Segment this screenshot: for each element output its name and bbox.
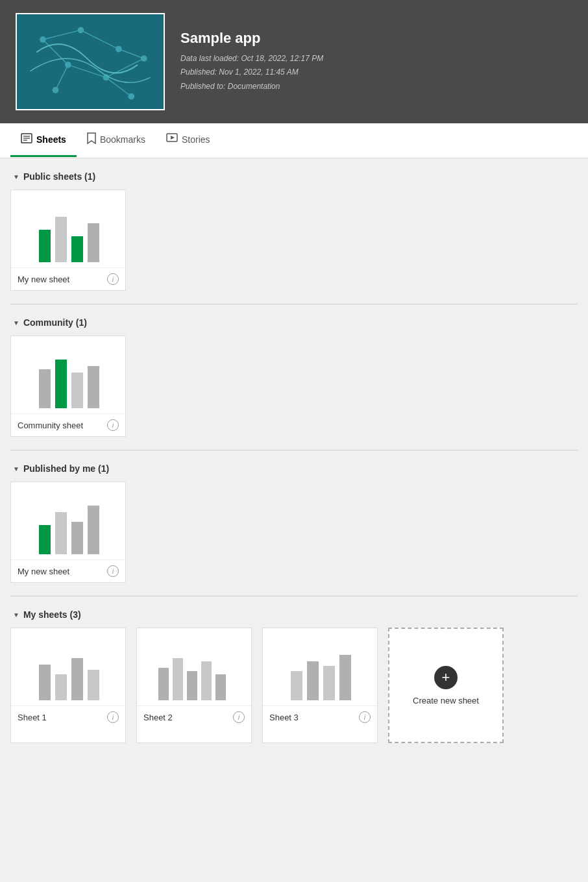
sheet-card-my-1[interactable]: Sheet 1 i: [10, 628, 126, 743]
svg-rect-38: [88, 670, 99, 700]
svg-rect-30: [88, 366, 99, 408]
cards-grid-community: Community sheet i: [10, 336, 578, 450]
app-info: Sample app Data last loaded: Oct 18, 202…: [180, 30, 323, 94]
section-header-my-sheets[interactable]: ▼ My sheets (3): [10, 596, 578, 628]
svg-rect-37: [71, 658, 83, 700]
tab-sheets-label: Sheets: [36, 134, 66, 145]
bookmark-icon: [87, 132, 96, 147]
card-label-my-3: Sheet 3 i: [263, 706, 377, 728]
section-header-community[interactable]: ▼ Community (1): [10, 304, 578, 336]
section-header-public-sheets[interactable]: ▼ Public sheets (1): [10, 158, 578, 190]
svg-rect-35: [39, 665, 51, 700]
tab-stories[interactable]: Stories: [156, 124, 221, 157]
card-name-public-1: My new sheet: [18, 275, 69, 284]
card-name-community-1: Community sheet: [18, 421, 83, 430]
card-label-community-1: Community sheet i: [11, 414, 125, 436]
info-icon-my-3[interactable]: i: [359, 711, 371, 723]
info-icon-public-1[interactable]: i: [107, 273, 119, 285]
svg-rect-27: [39, 369, 51, 408]
svg-rect-33: [71, 522, 83, 554]
sheet-card-published-1[interactable]: My new sheet i: [10, 482, 126, 583]
card-name-published-1: My new sheet: [18, 567, 69, 576]
sheet-card-my-2[interactable]: Sheet 2 i: [136, 628, 252, 743]
card-name-my-3: Sheet 3: [269, 713, 299, 722]
card-name-my-1: Sheet 1: [18, 713, 47, 722]
chevron-my-sheets: ▼: [13, 611, 19, 619]
app-thumbnail: [16, 13, 165, 110]
section-my-sheets: ▼ My sheets (3) Sheet 1 i: [10, 596, 578, 756]
tabs-bar: Sheets Bookmarks Stories: [0, 123, 588, 158]
svg-rect-32: [55, 512, 67, 554]
info-icon-my-1[interactable]: i: [107, 711, 119, 723]
svg-rect-26: [88, 223, 99, 262]
card-name-my-2: Sheet 2: [143, 713, 173, 722]
main-content: ▼ Public sheets (1) My new sheet i: [0, 158, 588, 756]
sheet-card-public-1[interactable]: My new sheet i: [10, 190, 126, 291]
chevron-public-sheets: ▼: [13, 173, 19, 180]
card-preview-public-1: [11, 190, 125, 268]
section-title-my-sheets: My sheets (3): [23, 609, 81, 620]
section-header-published-by-me[interactable]: ▼ Published by me (1): [10, 450, 578, 482]
plus-icon: +: [434, 666, 458, 689]
app-title: Sample app: [180, 30, 323, 47]
section-published-by-me: ▼ Published by me (1) My new sheet i: [10, 450, 578, 596]
svg-rect-46: [323, 666, 335, 700]
card-label-public-1: My new sheet i: [11, 268, 125, 290]
svg-rect-41: [187, 671, 197, 700]
cards-grid-my-sheets: Sheet 1 i Sheet 2 i: [10, 628, 578, 756]
svg-rect-42: [201, 661, 212, 700]
info-icon-my-2[interactable]: i: [233, 711, 245, 723]
card-label-published-1: My new sheet i: [11, 560, 125, 582]
card-label-my-2: Sheet 2 i: [137, 706, 251, 728]
svg-rect-31: [39, 525, 51, 554]
tab-bookmarks[interactable]: Bookmarks: [77, 123, 156, 158]
story-icon: [166, 133, 178, 146]
create-new-sheet-label: Create new sheet: [413, 696, 479, 705]
svg-rect-47: [339, 655, 351, 700]
chevron-published-by-me: ▼: [13, 465, 19, 472]
svg-rect-34: [88, 506, 99, 554]
svg-rect-39: [158, 668, 169, 700]
chevron-community: ▼: [13, 319, 19, 326]
svg-rect-23: [39, 230, 51, 262]
section-title-community: Community (1): [23, 317, 87, 328]
card-preview-my-2: [137, 628, 251, 706]
svg-rect-44: [291, 671, 302, 700]
card-label-my-1: Sheet 1 i: [11, 706, 125, 728]
info-icon-published-1[interactable]: i: [107, 565, 119, 577]
card-preview-my-1: [11, 628, 125, 706]
cards-grid-published-by-me: My new sheet i: [10, 482, 578, 596]
info-icon-community-1[interactable]: i: [107, 419, 119, 431]
svg-rect-45: [307, 661, 319, 700]
svg-rect-40: [173, 658, 183, 700]
tab-sheets[interactable]: Sheets: [10, 124, 77, 157]
section-title-public-sheets: Public sheets (1): [23, 171, 95, 182]
tab-bookmarks-label: Bookmarks: [100, 134, 145, 145]
card-preview-published-1: [11, 482, 125, 560]
card-preview-community-1: [11, 336, 125, 414]
svg-marker-22: [171, 136, 175, 140]
create-new-sheet-button[interactable]: + Create new sheet: [388, 628, 504, 743]
sheet-card-community-1[interactable]: Community sheet i: [10, 336, 126, 437]
svg-rect-29: [71, 373, 83, 408]
card-preview-my-3: [263, 628, 377, 706]
published-to: Published to: Documentation: [180, 80, 323, 94]
app-meta: Data last loaded: Oct 18, 2022, 12:17 PM…: [180, 52, 323, 94]
svg-rect-43: [215, 674, 226, 700]
data-last-loaded: Data last loaded: Oct 18, 2022, 12:17 PM: [180, 52, 323, 66]
published-date: Published: Nov 1, 2022, 11:45 AM: [180, 66, 323, 80]
tab-stories-label: Stories: [182, 134, 210, 145]
svg-rect-24: [55, 217, 67, 262]
cards-grid-public-sheets: My new sheet i: [10, 190, 578, 304]
svg-rect-28: [55, 360, 67, 408]
sheet-icon: [21, 133, 32, 146]
section-title-published-by-me: Published by me (1): [23, 463, 109, 474]
svg-rect-25: [71, 236, 83, 262]
section-community: ▼ Community (1) Community sheet i: [10, 304, 578, 450]
sheet-card-my-3[interactable]: Sheet 3 i: [262, 628, 378, 743]
app-header: Sample app Data last loaded: Oct 18, 202…: [0, 0, 588, 123]
section-public-sheets: ▼ Public sheets (1) My new sheet i: [10, 158, 578, 304]
svg-rect-36: [55, 674, 67, 700]
